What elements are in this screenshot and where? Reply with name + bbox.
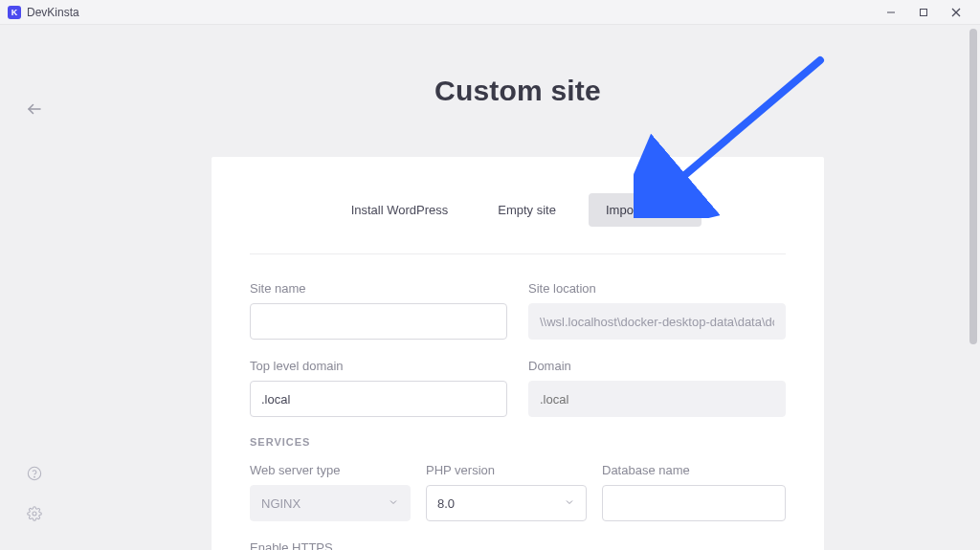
form-card: Install WordPress Empty site Import back…	[212, 157, 824, 550]
app-logo-icon: K	[8, 6, 21, 19]
web-server-value: NGINX	[261, 496, 301, 511]
domain-input	[528, 381, 786, 417]
enable-https-label: Enable HTTPS	[250, 540, 786, 550]
divider	[250, 253, 786, 254]
web-server-select[interactable]: NGINX	[250, 485, 411, 521]
tab-install-wordpress[interactable]: Install WordPress	[334, 193, 466, 227]
scrollbar-thumb[interactable]	[969, 29, 977, 344]
domain-label: Domain	[528, 359, 786, 373]
app-title: DevKinsta	[27, 6, 79, 19]
chevron-down-icon	[388, 496, 399, 511]
page-title: Custom site	[69, 75, 967, 107]
back-button[interactable]	[19, 94, 50, 124]
svg-point-6	[34, 476, 35, 477]
site-name-label: Site name	[250, 281, 507, 296]
site-location-label: Site location	[528, 281, 786, 296]
tld-input[interactable]	[250, 381, 507, 417]
web-server-label: Web server type	[250, 463, 411, 477]
db-input[interactable]	[602, 485, 786, 521]
scrollbar-track[interactable]	[967, 25, 980, 550]
tld-label: Top level domain	[250, 359, 507, 373]
site-name-input[interactable]	[250, 303, 507, 340]
window-close-button[interactable]	[940, 0, 972, 25]
site-location-input	[528, 303, 786, 340]
titlebar: K DevKinsta	[0, 0, 980, 25]
php-label: PHP version	[426, 463, 587, 477]
window-maximize-button[interactable]	[907, 0, 940, 25]
svg-point-5	[28, 467, 40, 479]
services-heading: SERVICES	[250, 436, 786, 448]
help-icon[interactable]	[19, 458, 50, 489]
tab-import-backup[interactable]: Import backup	[589, 193, 702, 227]
chevron-down-icon	[564, 496, 575, 511]
db-label: Database name	[602, 463, 786, 477]
tab-bar: Install WordPress Empty site Import back…	[250, 193, 786, 227]
svg-rect-1	[921, 9, 927, 15]
window-minimize-button[interactable]	[875, 0, 907, 25]
svg-point-7	[33, 512, 36, 516]
php-value: 8.0	[437, 496, 455, 511]
tab-empty-site[interactable]: Empty site	[480, 193, 573, 227]
settings-icon[interactable]	[19, 498, 50, 529]
php-select[interactable]: 8.0	[426, 485, 587, 521]
left-rail	[0, 25, 69, 550]
main-content: Custom site Install WordPress Empty site…	[69, 25, 967, 550]
